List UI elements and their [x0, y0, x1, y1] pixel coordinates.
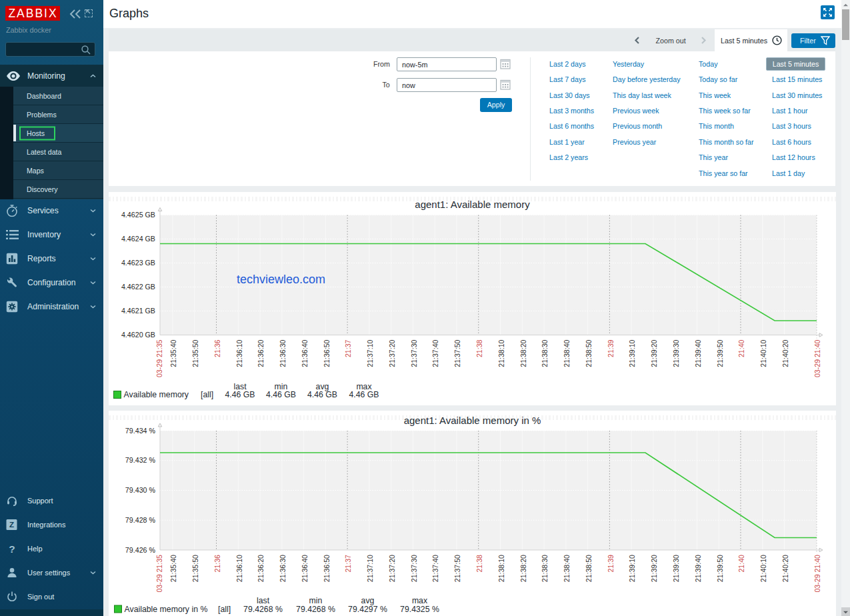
svg-text:21:36:40: 21:36:40: [301, 555, 309, 582]
svg-text:79.434 %: 79.434 %: [125, 427, 156, 435]
svg-text:21:39: 21:39: [607, 339, 615, 357]
svg-text:agent1: Available memory: agent1: Available memory: [415, 199, 530, 210]
svg-text:[all]: [all]: [218, 605, 231, 614]
svg-text:21:35:50: 21:35:50: [191, 339, 199, 367]
svg-text:79.432 %: 79.432 %: [125, 456, 156, 464]
svg-text:agent1: Available memory in %: agent1: Available memory in %: [404, 415, 541, 426]
svg-text:21:36:10: 21:36:10: [235, 555, 243, 582]
svg-text:21:39:10: 21:39:10: [628, 555, 636, 582]
svg-text:21:36:30: 21:36:30: [279, 339, 287, 367]
svg-text:21:37:10: 21:37:10: [366, 339, 374, 367]
svg-text:21:37:20: 21:37:20: [388, 555, 396, 582]
svg-text:03-29 21:35: 03-29 21:35: [155, 339, 163, 377]
svg-text:21:36:50: 21:36:50: [323, 555, 331, 582]
svg-text:Z: Z: [9, 520, 14, 529]
svg-text:21:39:20: 21:39:20: [650, 555, 658, 582]
svg-text:4.4623 GB: 4.4623 GB: [121, 259, 155, 267]
svg-text:21:40: 21:40: [737, 555, 745, 573]
svg-text:21:38:20: 21:38:20: [519, 339, 527, 367]
svg-text:4.46 GB: 4.46 GB: [349, 390, 379, 399]
svg-text:21:36:20: 21:36:20: [257, 555, 265, 582]
svg-text:21:37:20: 21:37:20: [388, 339, 396, 367]
svg-text:79.4268 %: 79.4268 %: [296, 605, 335, 614]
svg-text:21:37:40: 21:37:40: [432, 555, 440, 582]
svg-text:21:37: 21:37: [344, 339, 352, 357]
svg-text:21:35:50: 21:35:50: [191, 555, 199, 582]
svg-text:21:36: 21:36: [213, 339, 221, 357]
svg-text:21:39:30: 21:39:30: [672, 339, 680, 367]
svg-text:21:36:10: 21:36:10: [235, 339, 243, 367]
svg-text:21:37:40: 21:37:40: [432, 339, 440, 367]
svg-text:21:36: 21:36: [213, 555, 221, 573]
svg-text:21:39:30: 21:39:30: [672, 555, 680, 582]
svg-text:79.4297 %: 79.4297 %: [348, 605, 387, 614]
svg-text:21:35:40: 21:35:40: [169, 555, 177, 582]
svg-text:21:40:20: 21:40:20: [781, 555, 789, 582]
svg-text:[all]: [all]: [201, 390, 213, 399]
svg-text:21:38:10: 21:38:10: [497, 339, 505, 367]
svg-text:21:36:30: 21:36:30: [279, 555, 287, 582]
svg-text:21:38:30: 21:38:30: [541, 555, 549, 582]
svg-text:21:37:50: 21:37:50: [453, 339, 461, 367]
svg-text:21:39:50: 21:39:50: [716, 555, 724, 582]
svg-text:4.4620 GB: 4.4620 GB: [121, 331, 155, 339]
svg-text:21:38: 21:38: [475, 555, 483, 573]
svg-text:03-29 21:40: 03-29 21:40: [813, 339, 821, 377]
svg-text:21:37: 21:37: [344, 555, 352, 573]
svg-text:21:36:40: 21:36:40: [301, 339, 309, 367]
svg-text:21:39:40: 21:39:40: [694, 555, 702, 582]
svg-text:Available memory in %: Available memory in %: [125, 605, 208, 614]
svg-text:21:38:30: 21:38:30: [541, 339, 549, 367]
svg-text:03-29 21:40: 03-29 21:40: [813, 555, 821, 593]
svg-text:79.426 %: 79.426 %: [125, 546, 156, 554]
svg-text:21:38:20: 21:38:20: [519, 555, 527, 582]
svg-text:21:38:50: 21:38:50: [585, 555, 593, 582]
svg-text:79.4325 %: 79.4325 %: [400, 605, 439, 614]
svg-text:21:38:50: 21:38:50: [585, 339, 593, 367]
svg-text:Available memory: Available memory: [124, 390, 189, 399]
svg-text:21:40:10: 21:40:10: [759, 339, 767, 367]
svg-text:21:39:40: 21:39:40: [694, 339, 702, 367]
svg-text:4.4624 GB: 4.4624 GB: [121, 235, 155, 243]
svg-text:21:35:40: 21:35:40: [169, 339, 177, 367]
svg-text:79.428 %: 79.428 %: [125, 516, 156, 524]
svg-text:21:38:40: 21:38:40: [563, 339, 571, 367]
svg-text:4.46 GB: 4.46 GB: [307, 390, 337, 399]
svg-text:79.4268 %: 79.4268 %: [243, 605, 283, 614]
svg-text:21:37:30: 21:37:30: [410, 339, 418, 367]
svg-text:21:36:20: 21:36:20: [257, 339, 265, 367]
svg-text:21:40:10: 21:40:10: [759, 555, 767, 582]
svg-text:21:39:50: 21:39:50: [716, 339, 724, 367]
svg-text:4.46 GB: 4.46 GB: [266, 390, 296, 399]
svg-text:4.4622 GB: 4.4622 GB: [121, 283, 155, 291]
svg-text:21:37:50: 21:37:50: [453, 555, 461, 582]
svg-text:21:38:10: 21:38:10: [497, 555, 505, 582]
svg-text:?: ?: [9, 543, 15, 555]
svg-text:21:38: 21:38: [475, 339, 483, 357]
svg-text:4.4621 GB: 4.4621 GB: [121, 307, 155, 315]
svg-text:4.4625 GB: 4.4625 GB: [121, 211, 155, 219]
svg-text:21:36:50: 21:36:50: [323, 339, 331, 367]
svg-text:79.430 %: 79.430 %: [125, 486, 156, 494]
svg-text:21:39:10: 21:39:10: [628, 339, 636, 367]
svg-text:21:39: 21:39: [607, 555, 615, 573]
svg-text:21:39:20: 21:39:20: [650, 339, 658, 367]
svg-text:21:37:30: 21:37:30: [410, 555, 418, 582]
svg-text:03-29 21:35: 03-29 21:35: [155, 555, 163, 593]
svg-text:4.46 GB: 4.46 GB: [225, 390, 255, 399]
svg-text:21:40: 21:40: [737, 339, 745, 357]
svg-text:21:38:40: 21:38:40: [563, 555, 571, 582]
svg-text:21:37:10: 21:37:10: [366, 555, 374, 582]
svg-text:21:40:20: 21:40:20: [781, 339, 789, 367]
